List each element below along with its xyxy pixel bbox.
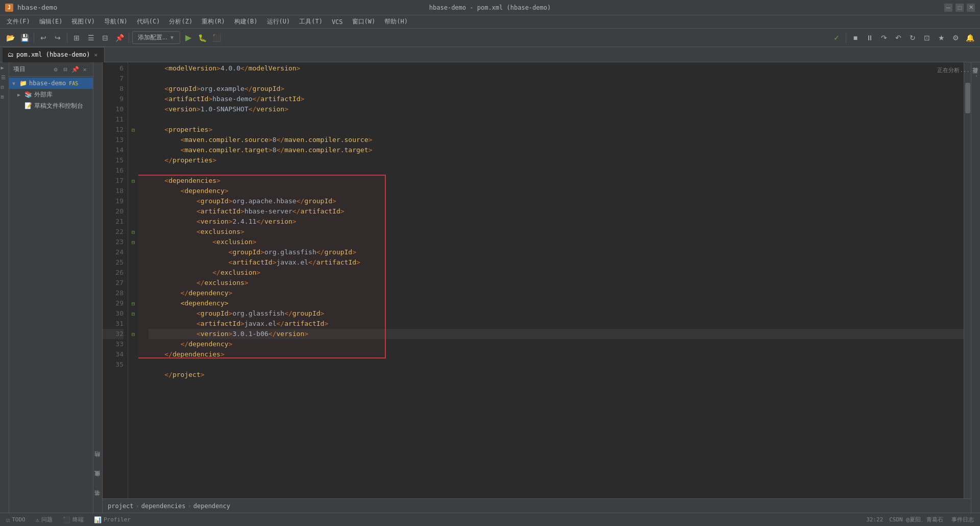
left-strip-btn-1[interactable]: ▶ (1, 65, 8, 72)
gutter-fold-17[interactable]: ⊟ (128, 176, 138, 186)
gutter-14 (128, 145, 138, 155)
run-button[interactable]: ▶ (182, 32, 194, 44)
toolbar-pin-button[interactable]: 📌 (113, 32, 126, 44)
left-strip-btn-3[interactable]: ⊟ (1, 84, 8, 91)
tab-close-button[interactable]: ✕ (93, 51, 100, 59)
toolbar-open-button[interactable]: 📂 (4, 32, 16, 44)
menu-navigate[interactable]: 导航(N) (100, 16, 132, 27)
minimize-button[interactable]: ─ (944, 4, 952, 12)
code-line-29: <dependency> (149, 298, 964, 308)
toolbar-list-button[interactable]: ☰ (85, 32, 97, 44)
run-config-label: 添加配置... (138, 33, 167, 42)
profiler-icon: 📊 (94, 516, 102, 523)
code-line-19: <groupId>org.apache.hbase</groupId> (149, 196, 964, 206)
editor-content[interactable]: 6 7 8 9 10 11 12 13 14 15 16 17 18 19 20… (103, 62, 971, 498)
status-todo[interactable]: ☑ TODO (4, 515, 28, 524)
vertical-label-structure[interactable]: 结构 (93, 460, 103, 464)
menu-view[interactable]: 视图(V) (67, 16, 99, 27)
toolbar-save-button[interactable]: 💾 (18, 32, 31, 44)
toolbar-recent-button[interactable]: ⊞ (70, 32, 83, 44)
sync-button[interactable]: ✓ (830, 32, 843, 44)
run-config-button[interactable]: 添加配置... ▼ (132, 31, 180, 44)
status-events[interactable]: 事件日志 (949, 515, 976, 524)
gutter-fold-32[interactable]: ⊟ (128, 329, 138, 339)
code-line-21: <version>2.4.11</version> (149, 217, 964, 227)
tree-item-scratches[interactable]: 📝 草稿文件和控制台 (9, 100, 93, 111)
menu-help[interactable]: 帮助(H) (380, 16, 412, 27)
close-button[interactable]: ✕ (967, 4, 975, 12)
project-header: 项目 ⚙ ⊟ 📌 ✕ (9, 62, 93, 77)
ln-30: 30 (103, 308, 124, 319)
ln-12: 12 (103, 125, 124, 135)
menu-code[interactable]: 代码(C) (133, 16, 164, 27)
toolbar-hierarchy-button[interactable]: ⊟ (99, 32, 111, 44)
stop-button[interactable]: ■ (849, 32, 862, 44)
tree-item-external-libs[interactable]: ▶ 📚 外部库 (9, 89, 93, 100)
code-line-22: <exclusions> (149, 227, 964, 237)
gutter-fold-22[interactable]: ⊟ (128, 227, 138, 237)
vertical-label-bookmarks[interactable]: 书签 (93, 498, 103, 503)
breadcrumb-dependencies[interactable]: dependencies (141, 503, 186, 510)
toolbar-forward-button[interactable]: ↪ (52, 32, 64, 44)
ln-8: 8 (103, 84, 124, 94)
bookmark-button[interactable]: ★ (935, 32, 947, 44)
debug-button[interactable]: 🐛 (197, 32, 209, 44)
ln-27: 27 (103, 278, 124, 288)
project-header-icon-close[interactable]: ✕ (81, 65, 89, 74)
project-header-icon-collapse[interactable]: ⊟ (61, 65, 69, 74)
gutter-fold-12[interactable]: ⊟ (128, 125, 138, 135)
project-header-icon-pin[interactable]: 📌 (71, 65, 79, 74)
gutter-35 (128, 360, 138, 370)
gutter-fold-29[interactable]: ⊟ (128, 298, 138, 308)
code-line-18: <dependency> (149, 186, 964, 196)
notifications-button[interactable]: 🔔 (964, 32, 976, 44)
left-strip-btn-4[interactable]: ⊞ (1, 94, 8, 101)
line-numbers: 6 7 8 9 10 11 12 13 14 15 16 17 18 19 20… (103, 62, 128, 498)
ln-34: 34 (103, 349, 124, 360)
scrollbar-thumb[interactable] (965, 83, 970, 113)
gutter-21 (128, 217, 138, 227)
layout-button[interactable]: ⊡ (921, 32, 933, 44)
status-problems[interactable]: ⚠ 问题 (34, 515, 55, 524)
pause-button[interactable]: ⏸ (864, 32, 876, 44)
tree-icon-folder: 📁 (19, 80, 27, 87)
maximize-button[interactable]: □ (955, 4, 964, 12)
vertical-label-favorites[interactable]: 收藏夹 (93, 479, 103, 483)
ln-13: 13 (103, 135, 124, 145)
code-line-10: <version>1.0-SNAPSHOT</version> (149, 104, 964, 114)
status-terminal[interactable]: ⬛ 终端 (61, 515, 86, 524)
menu-run[interactable]: 运行(U) (263, 16, 295, 27)
editor-tab-pom[interactable]: 🗂 pom.xml (hbase-demo) ✕ (3, 47, 105, 62)
breadcrumb-project[interactable]: project (108, 503, 134, 510)
run-config-dropdown-icon: ▼ (169, 35, 175, 40)
menu-edit[interactable]: 编辑(E) (35, 16, 67, 27)
tree-label-root: hbase-demo (29, 80, 66, 87)
menu-window[interactable]: 窗口(W) (348, 16, 380, 27)
code-area[interactable]: <modelVersion>4.0.0</modelVersion> <grou… (138, 62, 964, 498)
menu-analyze[interactable]: 分析(Z) (165, 16, 197, 27)
breadcrumb-dependency[interactable]: dependency (193, 503, 230, 510)
code-line-9: <artifactId>hbase-demo</artifactId> (149, 94, 964, 104)
gutter-16 (128, 165, 138, 176)
refresh-button[interactable]: ↻ (906, 32, 919, 44)
gutter-fold-23[interactable]: ⊟ (128, 237, 138, 247)
project-panel: 项目 ⚙ ⊟ 📌 ✕ ▼ 📁 hbase-demo FAS ▶ 📚 外部库 (9, 62, 93, 513)
gutter-fold-30[interactable]: ⊟ (128, 308, 138, 319)
status-profiler[interactable]: 📊 Profiler (92, 515, 133, 524)
menu-vcs[interactable]: VCS (328, 17, 347, 27)
step-button[interactable]: ↷ (878, 32, 890, 44)
csdn-text: CSDN @夏阳、青葛石 (889, 516, 943, 523)
menu-refactor[interactable]: 重构(R) (198, 16, 229, 27)
left-strip-btn-2[interactable]: ☰ (1, 75, 8, 82)
step2-button[interactable]: ↶ (892, 32, 904, 44)
menu-file[interactable]: 文件(F) (3, 16, 34, 27)
vertical-scrollbar[interactable] (964, 62, 971, 498)
project-header-icon-gear[interactable]: ⚙ (52, 65, 60, 74)
toolbar-back-button[interactable]: ↩ (37, 32, 50, 44)
settings-button[interactable]: ⚙ (949, 32, 962, 44)
menu-tools[interactable]: 工具(T) (295, 16, 327, 27)
tree-item-root[interactable]: ▼ 📁 hbase-demo FAS (9, 78, 93, 89)
profiler-label: Profiler (104, 516, 131, 523)
coverage-button[interactable]: ⬛ (211, 32, 223, 44)
menu-build[interactable]: 构建(B) (230, 16, 262, 27)
